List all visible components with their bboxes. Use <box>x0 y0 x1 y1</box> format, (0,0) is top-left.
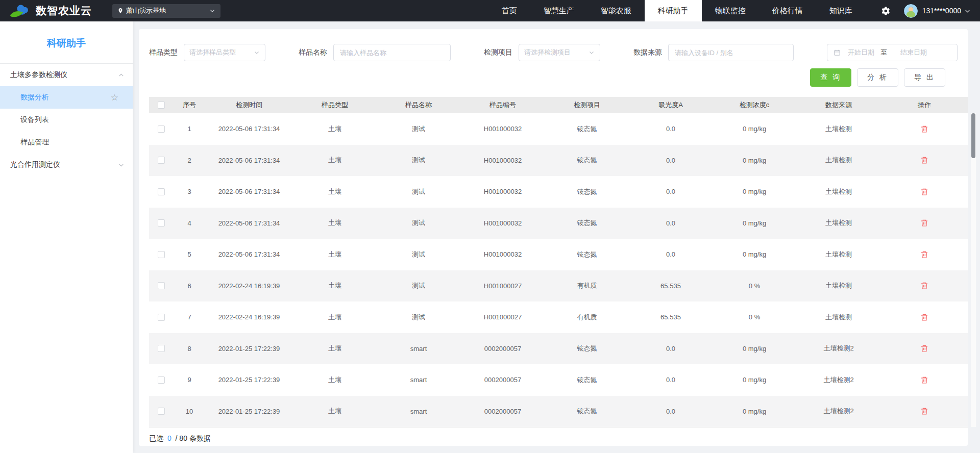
table-row: 52022-05-06 17:31:34土壤测试H001000032铵态氮0.0… <box>149 239 968 270</box>
sample-type-select[interactable]: 请选择样品类型 <box>184 44 265 61</box>
cell-sample-name: 测试 <box>377 176 460 208</box>
delete-button[interactable] <box>920 375 928 385</box>
analyze-button[interactable]: 分 析 <box>857 68 898 87</box>
date-range-picker[interactable]: 开始日期 至 结束日期 <box>827 44 958 61</box>
selected-count: 0 <box>167 434 172 442</box>
delete-button[interactable] <box>920 218 928 228</box>
nav-item-iot-monitor[interactable]: 物联监控 <box>702 0 759 21</box>
row-checkbox[interactable] <box>158 157 165 164</box>
delete-button[interactable] <box>920 250 928 259</box>
nav-item-home[interactable]: 首页 <box>488 0 530 21</box>
sidebar-item-data-analysis[interactable]: 数据分析 ☆ <box>0 86 133 109</box>
nav-item-knowledge-base[interactable]: 知识库 <box>816 0 866 21</box>
row-checkbox[interactable] <box>158 125 165 133</box>
cell-sample-code: 0002000057 <box>460 364 545 396</box>
nav-item-price-info[interactable]: 价格行情 <box>759 0 816 21</box>
delete-button[interactable] <box>920 156 928 165</box>
cell-absorbance: 65.535 <box>629 270 713 302</box>
cell-test-item: 铵态氮 <box>545 208 629 239</box>
nav-item-research-assistant[interactable]: 科研助手 <box>645 0 702 21</box>
sidebar-group-soil-multiparam[interactable]: 土壤多参数检测仪 <box>0 64 133 86</box>
row-checkbox[interactable] <box>158 251 165 258</box>
delete-button[interactable] <box>920 281 928 290</box>
settings-button[interactable] <box>881 6 891 16</box>
table-scrollbar[interactable] <box>971 113 976 427</box>
nav-item-smart-production[interactable]: 智慧生产 <box>530 0 587 21</box>
cell-sample-code: H001000032 <box>460 145 545 177</box>
row-checkbox[interactable] <box>158 376 165 384</box>
row-checkbox[interactable] <box>158 219 165 226</box>
sample-name-input[interactable] <box>333 44 451 61</box>
calendar-icon <box>834 49 841 56</box>
delete-button[interactable] <box>920 313 928 322</box>
query-button[interactable]: 查 询 <box>810 68 851 87</box>
sidebar-item-sample-management[interactable]: 样品管理 <box>0 131 133 154</box>
column-header-concentration: 检测浓度c <box>713 97 796 113</box>
cell-data-source: 土壤检测2 <box>796 364 881 396</box>
delete-button[interactable] <box>920 344 928 353</box>
sidebar-item-device-list[interactable]: 设备列表 <box>0 109 133 131</box>
cell-concentration: 0 mg/kg <box>713 333 796 365</box>
row-checkbox[interactable] <box>158 188 165 195</box>
cell-data-source: 土壤检测2 <box>796 333 881 365</box>
cell-actions <box>881 145 968 177</box>
cell-sample-code: 0002000057 <box>460 333 545 365</box>
sidebar-group-label: 土壤多参数检测仪 <box>10 70 67 80</box>
cell-concentration: 0 mg/kg <box>713 239 796 270</box>
data-table-wrap: 序号检测时间样品类型样品名称样品编号检测项目吸光度A检测浓度c数据来源操作 12… <box>149 97 968 427</box>
cell-detect-time: 2022-01-25 17:22:39 <box>205 333 293 365</box>
cell-index: 9 <box>174 364 205 396</box>
cell-actions <box>881 396 968 427</box>
cell-data-source: 土壤检测 <box>796 113 881 145</box>
table-row: 72022-02-24 16:19:39土壤测试H001000027有机质65.… <box>149 301 968 333</box>
cell-absorbance: 0.0 <box>629 113 713 145</box>
cell-index: 10 <box>174 396 205 427</box>
cell-index: 5 <box>174 239 205 270</box>
delete-button[interactable] <box>920 407 928 416</box>
cell-data-source: 土壤检测 <box>796 270 881 302</box>
cell-concentration: 0 % <box>713 301 796 333</box>
cell-data-source: 土壤检测 <box>796 145 881 177</box>
data-source-input[interactable] <box>668 44 794 61</box>
cell-concentration: 0 mg/kg <box>713 364 796 396</box>
cell-detect-time: 2022-01-25 17:22:39 <box>205 364 293 396</box>
row-checkbox[interactable] <box>158 345 165 352</box>
star-icon[interactable]: ☆ <box>111 93 118 102</box>
trash-icon <box>920 156 928 165</box>
selected-suffix: / 80 条数据 <box>176 434 211 442</box>
user-menu[interactable]: 131****0000 <box>904 4 971 18</box>
chevron-down-icon <box>118 162 125 168</box>
test-item-select[interactable]: 请选择检测项目 <box>519 44 600 61</box>
cell-concentration: 0 % <box>713 270 796 302</box>
cell-sample-name: 测试 <box>377 208 460 239</box>
action-buttons: 查 询 分 析 导 出 <box>139 61 968 87</box>
export-button[interactable]: 导 出 <box>904 68 945 87</box>
column-header-actions: 操作 <box>881 97 968 113</box>
base-selector[interactable]: 萧山演示基地 <box>112 4 220 18</box>
cell-sample-name: 测试 <box>377 301 460 333</box>
table-row: 92022-01-25 17:22:39土壤smart0002000057铵态氮… <box>149 364 968 396</box>
nav-item-smart-service[interactable]: 智能农服 <box>587 0 645 21</box>
cell-actions <box>881 270 968 302</box>
chevron-down-icon <box>964 8 971 14</box>
test-item-placeholder: 请选择检测项目 <box>524 48 571 57</box>
cell-concentration: 0 mg/kg <box>713 208 796 239</box>
cell-detect-time: 2022-01-25 17:22:39 <box>205 396 293 427</box>
row-checkbox[interactable] <box>158 314 165 321</box>
scrollbar-thumb[interactable] <box>971 113 975 158</box>
cell-detect-time: 2022-05-06 17:31:34 <box>205 176 293 208</box>
cell-test-item: 铵态氮 <box>545 333 629 365</box>
row-checkbox[interactable] <box>158 408 165 415</box>
cell-absorbance: 0.0 <box>629 145 713 177</box>
cell-sample-type: 土壤 <box>293 145 377 177</box>
delete-button[interactable] <box>920 124 928 134</box>
sidebar-item-label: 样品管理 <box>20 138 49 147</box>
cell-test-item: 有机质 <box>545 270 629 302</box>
cell-index: 6 <box>174 270 205 302</box>
cell-test-item: 铵态氮 <box>545 396 629 427</box>
row-checkbox[interactable] <box>158 282 165 289</box>
cell-detect-time: 2022-05-06 17:31:34 <box>205 208 293 239</box>
delete-button[interactable] <box>920 187 928 196</box>
sidebar-group-photosynthesis[interactable]: 光合作用测定仪 <box>0 154 133 176</box>
select-all-checkbox[interactable] <box>158 102 165 109</box>
